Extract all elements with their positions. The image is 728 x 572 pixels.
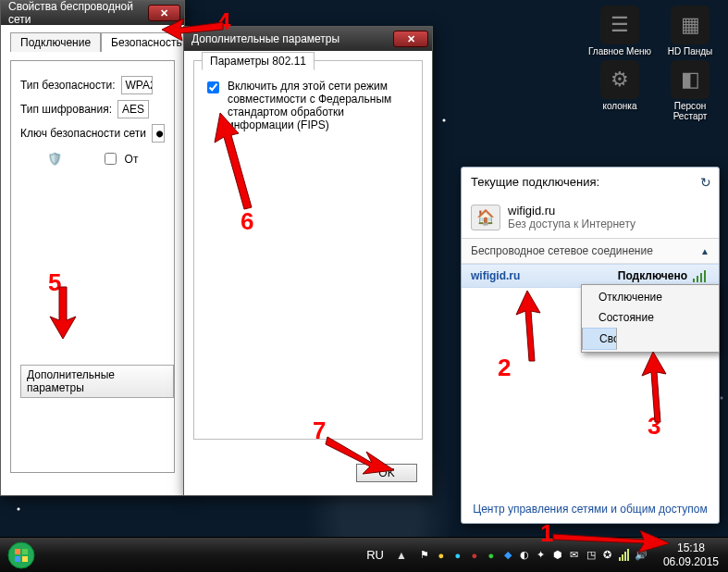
wifi-tray-icon[interactable] [617,548,632,563]
svg-rect-3 [15,556,20,562]
wireless-section-label: Беспроводное сетевое соединение [471,244,653,257]
security-type-select[interactable]: WPA2 [121,76,153,94]
network-context-menu: Отключение Состояние Свойства [581,284,720,353]
tab-connection[interactable]: Подключение [10,32,101,52]
close-icon[interactable]: ✕ [393,31,428,47]
volume-tray-icon[interactable]: 🔊 [634,548,648,563]
svg-rect-2 [22,549,28,554]
refresh-icon[interactable]: ↻ [700,175,711,190]
svg-rect-4 [22,556,28,562]
shortcut-label: колонка [602,101,636,111]
tray-icon[interactable]: ● [484,548,499,563]
clock-time: 15:18 [663,541,719,554]
tab-80211[interactable]: Параметры 802.11 [202,52,315,70]
wireless-properties-window: Свойства беспроводной сети ✕ Подключение… [0,0,185,496]
label-security-type: Тип безопасности: [20,79,116,92]
language-indicator[interactable]: RU [359,548,391,562]
menu-properties[interactable]: Свойства [582,328,617,350]
flyout-heading: Текущие подключения: [471,175,599,189]
label-encryption-type: Тип шифрования: [20,103,112,116]
window-title: Свойства беспроводной сети [8,0,148,26]
shortcut[interactable]: ◧Персон Рестарт [658,60,722,121]
network-center-link[interactable]: Центр управления сетями и общим доступом [462,503,719,516]
show-chars-checkbox[interactable] [105,153,117,165]
generic-icon: ☰ [600,6,639,44]
signal-bars-icon [693,269,709,282]
titlebar[interactable]: Дополнительные параметры ✕ [184,27,432,51]
advanced-settings-window: Дополнительные параметры ✕ Параметры 802… [183,26,433,496]
network-home-icon: 🏠 [471,205,500,230]
shortcut-label: HD Панды [668,46,713,56]
shortcut[interactable]: ▦HD Панды [658,6,722,56]
tray-clock[interactable]: 15:18 06.09.2015 [654,541,728,568]
generic-icon: ◧ [671,60,709,99]
tray-icon[interactable]: ● [450,548,465,563]
tab-security[interactable]: Безопасность [101,32,192,52]
show-chars-label-trunc: От [125,153,139,166]
shortcut-label: Главное Меню [588,46,651,56]
encryption-type-select[interactable]: AES [117,100,149,118]
security-key-input[interactable]: ●●●● [152,124,165,143]
current-status: Без доступа к Интернету [508,218,635,230]
shortcut[interactable]: ⚙колонка [587,60,652,121]
network-state: Подключено [618,269,687,282]
tray-icon[interactable]: ● [467,548,482,563]
window-title: Дополнительные параметры [191,32,339,45]
tray-icon[interactable]: ⚑ [417,548,432,563]
shield-icon: 🛡️ [47,152,62,166]
ok-button[interactable]: OK [356,464,417,482]
generic-icon: ⚙ [600,60,639,99]
svg-point-0 [8,542,34,568]
shortcut-label: Персон Рестарт [658,101,722,121]
fips-label: Включить для этой сети режим совместимос… [228,80,413,131]
close-icon[interactable]: ✕ [148,5,180,21]
clock-date: 06.09.2015 [663,555,719,568]
menu-disconnect[interactable]: Отключение [582,287,719,307]
tray-icon[interactable]: ✉ [567,548,582,563]
fips-checkbox[interactable] [207,81,219,93]
taskbar: RU ▲ ⚑ ● ● ● ● ◆ ◐ ✦ ⬢ ✉ ◳ ✪ 🔊 15:18 06.… [0,537,728,572]
tray-icon[interactable]: ● [434,548,449,563]
current-ssid: wifigid.ru [508,204,635,218]
advanced-settings-button[interactable]: Дополнительные параметры [20,365,174,398]
generic-icon: ▦ [671,6,709,44]
tray-icon[interactable]: ⬢ [550,548,565,563]
tray-chevron-icon[interactable]: ▲ [391,549,412,562]
tray-icon[interactable]: ✦ [534,548,549,563]
tray-icon[interactable]: ◆ [500,548,515,563]
network-ssid: wifigid.ru [471,269,520,282]
chevron-up-icon[interactable]: ▲ [700,246,709,256]
tray-icon[interactable]: ✪ [600,548,615,563]
tray-icon[interactable]: ◐ [517,548,532,563]
svg-rect-1 [15,549,20,554]
start-orb[interactable] [0,541,43,569]
label-security-key: Ключ безопасности сети [20,127,146,140]
titlebar[interactable]: Свойства беспроводной сети ✕ [1,1,184,25]
desktop-shortcuts: ☰Главное Меню ▦HD Панды ⚙колонка ◧Персон… [587,6,722,121]
shortcut[interactable]: ☰Главное Меню [587,6,652,56]
tray-icon[interactable]: ◳ [584,548,598,563]
menu-state[interactable]: Состояние [582,307,719,328]
